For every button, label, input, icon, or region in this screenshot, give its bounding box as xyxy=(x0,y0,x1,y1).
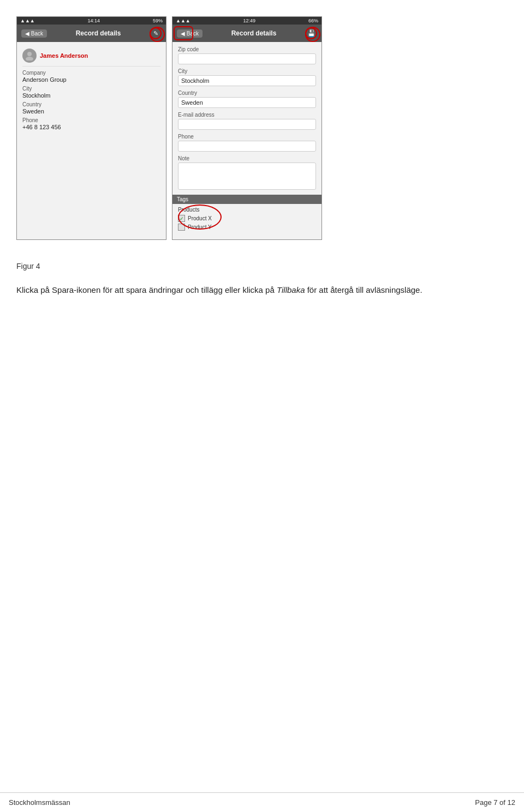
product-x-name: Product X xyxy=(188,215,212,221)
field-phone-value: +46 8 123 456 xyxy=(22,124,160,130)
right-save-icon[interactable]: 💾 xyxy=(305,27,317,39)
body-text-part1: Klicka på Spara-ikonen för att spara änd… xyxy=(16,285,277,294)
left-battery: 59% xyxy=(153,18,163,23)
left-edit-icon[interactable]: ✎ xyxy=(150,27,162,39)
right-status-time: 12:49 xyxy=(243,18,256,23)
edit-phone-label: Phone xyxy=(178,134,316,140)
edit-country-label: Country xyxy=(178,90,316,96)
left-back-label: ◀ Back xyxy=(25,31,43,37)
edit-zip-input[interactable] xyxy=(178,53,316,64)
product-item-y: Product Y xyxy=(178,224,316,231)
right-back-button[interactable]: ◀ Back xyxy=(177,29,203,38)
field-company-label: Company xyxy=(22,70,160,76)
right-nav-title: Record details xyxy=(231,29,277,37)
page-footer: Stockholmsmässan Page 7 of 12 xyxy=(0,792,524,812)
left-status-time: 14:14 xyxy=(88,18,100,23)
field-phone-label: Phone xyxy=(22,117,160,123)
field-city-value: Stockholm xyxy=(22,92,160,99)
contact-row: James Anderson xyxy=(22,46,160,67)
edit-field-country: Country xyxy=(178,90,316,108)
right-battery: 66% xyxy=(308,18,318,23)
field-phone: Phone +46 8 123 456 xyxy=(22,117,160,130)
right-status-signal: ▲▲▲ xyxy=(176,18,190,23)
product-y-name: Product Y xyxy=(188,224,212,230)
body-text-italic: Tillbaka xyxy=(277,285,305,294)
edit-field-zip: Zip code xyxy=(178,46,316,64)
product-x-checkbox[interactable] xyxy=(178,215,185,222)
field-company: Company Anderson Group xyxy=(22,70,160,83)
body-text: Klicka på Spara-ikonen för att spara änd… xyxy=(16,284,453,297)
product-item-x: Product X xyxy=(178,215,316,222)
footer-left: Stockholmsmässan xyxy=(9,798,70,807)
edit-field-email: E-mail address xyxy=(178,112,316,130)
screenshots-row: ▲▲▲ 14:14 59% ◀ Back Record details ✎ xyxy=(16,16,508,240)
edit-country-input[interactable] xyxy=(178,97,316,108)
tags-bar: Tags xyxy=(172,195,321,204)
field-country-label: Country xyxy=(22,101,160,107)
edit-email-label: E-mail address xyxy=(178,112,316,118)
contact-avatar xyxy=(22,49,37,63)
edit-email-input[interactable] xyxy=(178,119,316,130)
field-company-value: Anderson Group xyxy=(22,76,160,83)
left-nav-bar: ◀ Back Record details ✎ xyxy=(17,25,166,42)
edit-field-city: City xyxy=(178,68,316,86)
edit-note-textarea[interactable] xyxy=(178,163,316,190)
tags-section: Products Product X Product Y xyxy=(178,204,316,235)
body-text-part2: för att återgå till avläsningsläge. xyxy=(305,285,422,294)
field-country-value: Sweden xyxy=(22,108,160,115)
field-country: Country Sweden xyxy=(22,101,160,115)
edit-city-input[interactable] xyxy=(178,75,316,86)
edit-field-phone: Phone xyxy=(178,134,316,152)
edit-city-label: City xyxy=(178,68,316,74)
edit-note-label: Note xyxy=(178,155,316,161)
right-phone-screen: ▲▲▲ 12:49 66% ◀ Back Record details 💾 xyxy=(172,16,322,240)
svg-point-1 xyxy=(26,57,33,61)
left-phone-screen: ▲▲▲ 14:14 59% ◀ Back Record details ✎ xyxy=(16,16,166,240)
field-city: City Stockholm xyxy=(22,86,160,99)
left-screen-body: James Anderson Company Anderson Group Ci… xyxy=(17,42,166,137)
right-status-bar: ▲▲▲ 12:49 66% xyxy=(172,17,321,25)
right-screen-body: Zip code City Country E-mail address xyxy=(172,42,321,239)
svg-point-0 xyxy=(27,52,32,56)
edit-phone-input[interactable] xyxy=(178,141,316,152)
left-status-bar: ▲▲▲ 14:14 59% xyxy=(17,17,166,25)
left-status-signal: ▲▲▲ xyxy=(20,18,35,23)
edit-zip-label: Zip code xyxy=(178,46,316,52)
right-back-label: ◀ Back xyxy=(181,31,199,37)
left-nav-title: Record details xyxy=(76,29,121,37)
contact-name[interactable]: James Anderson xyxy=(40,52,88,59)
tags-label: Tags xyxy=(177,196,188,202)
left-back-button[interactable]: ◀ Back xyxy=(21,29,47,38)
figure-caption: Figur 4 xyxy=(16,262,508,270)
main-content: ▲▲▲ 14:14 59% ◀ Back Record details ✎ xyxy=(0,0,524,329)
edit-field-note: Note xyxy=(178,155,316,191)
right-nav-bar: ◀ Back Record details 💾 xyxy=(172,25,321,42)
product-y-checkbox[interactable] xyxy=(178,224,185,231)
field-city-label: City xyxy=(22,86,160,92)
footer-right: Page 7 of 12 xyxy=(475,798,515,807)
products-label: Products xyxy=(178,207,316,213)
